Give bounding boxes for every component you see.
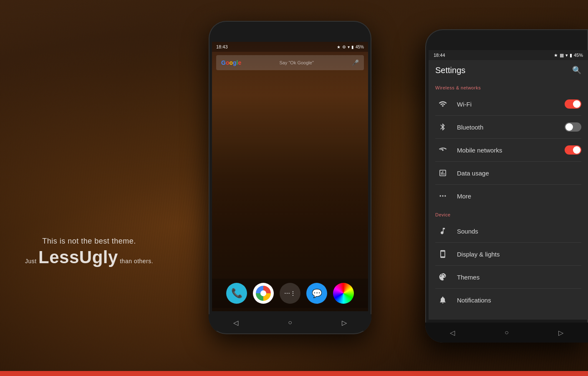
p2-wifi-icon: ▾ bbox=[565, 53, 568, 58]
google-hint: Say "Ok Google" bbox=[245, 60, 348, 65]
p2-star-icon: ★ bbox=[554, 53, 558, 58]
p2-recent-button[interactable]: ▷ bbox=[558, 329, 563, 337]
phone1-nav-bar: ◁ ○ ▷ bbox=[209, 314, 371, 331]
phone2-body: 18:44 ★ ▦ ▾ ▮ 45% Settings 🔍 Wireless & … bbox=[425, 29, 588, 343]
chrome-icon-graphic bbox=[256, 286, 271, 301]
search-button[interactable]: 🔍 bbox=[572, 66, 581, 75]
app-messages-icon[interactable]: 💬 bbox=[306, 283, 327, 304]
wifi-icon-small: ▾ bbox=[348, 45, 350, 49]
phone2-time: 18:44 bbox=[434, 53, 445, 58]
display-label: Display & lights bbox=[457, 251, 581, 258]
settings-item-wifi[interactable]: Wi-Fi bbox=[429, 93, 588, 115]
display-icon bbox=[435, 246, 450, 262]
settings-header: Settings 🔍 bbox=[429, 60, 588, 80]
phone1-body: 18:43 ★ ⚙ ▾ ▮ 45% Google Say "Ok Google"… bbox=[209, 21, 371, 334]
tagline-block: This is not the best theme. Just LessUgl… bbox=[25, 237, 153, 267]
phone1-status-bar: 18:43 ★ ⚙ ▾ ▮ 45% bbox=[212, 42, 368, 52]
recent-button[interactable]: ▷ bbox=[342, 319, 347, 327]
settings-item-more[interactable]: More bbox=[429, 185, 588, 207]
wifi-label: Wi-Fi bbox=[457, 101, 565, 108]
google-logo: Google bbox=[221, 59, 241, 66]
red-accent-bar bbox=[0, 371, 588, 376]
phone1: 18:43 ★ ⚙ ▾ ▮ 45% Google Say "Ok Google"… bbox=[209, 21, 371, 334]
section-wireless-header: Wireless & networks bbox=[429, 80, 588, 93]
tagline-line2: Just LessUgly than others. bbox=[25, 247, 153, 267]
tagline-prefix: Just bbox=[25, 258, 38, 264]
phone-icon: 📞 bbox=[231, 288, 242, 299]
p2-battery-text: 45% bbox=[574, 53, 583, 58]
themes-label: Themes bbox=[457, 274, 581, 281]
home-button[interactable]: ○ bbox=[288, 319, 292, 326]
sounds-label: Sounds bbox=[457, 228, 581, 235]
settings-item-themes[interactable]: Themes bbox=[429, 266, 588, 288]
tagline-brand: LessUgly bbox=[38, 247, 118, 267]
phone1-status-icons: ★ ⚙ ▾ ▮ 45% bbox=[337, 45, 364, 49]
battery-text: 45% bbox=[356, 45, 364, 49]
notifications-icon bbox=[435, 292, 450, 307]
phone2: 18:44 ★ ▦ ▾ ▮ 45% Settings 🔍 Wireless & … bbox=[425, 29, 588, 343]
phone1-time: 18:43 bbox=[216, 44, 228, 49]
settings-item-display[interactable]: Display & lights bbox=[429, 243, 588, 265]
data-usage-label: Data usage bbox=[457, 170, 581, 177]
message-icon: 💬 bbox=[312, 288, 322, 298]
mic-icon[interactable]: 🎤 bbox=[352, 59, 359, 66]
tagline-line1: This is not the best theme. bbox=[25, 237, 153, 246]
back-button[interactable]: ◁ bbox=[233, 319, 238, 327]
more-icon bbox=[435, 188, 450, 203]
svg-point-1 bbox=[442, 195, 443, 196]
settings-icon-small: ⚙ bbox=[342, 45, 346, 49]
p2-home-button[interactable]: ○ bbox=[505, 329, 509, 336]
phone2-status-bar: 18:44 ★ ▦ ▾ ▮ 45% bbox=[429, 50, 588, 60]
more-label: More bbox=[457, 193, 581, 200]
phone1-screen: 18:43 ★ ⚙ ▾ ▮ 45% Google Say "Ok Google"… bbox=[212, 42, 368, 311]
phone2-status-icons: ★ ▦ ▾ ▮ 45% bbox=[554, 53, 583, 58]
phone1-dock: 📞 ⋯⋮ 💬 bbox=[212, 279, 368, 308]
p2-back-button[interactable]: ◁ bbox=[450, 329, 455, 337]
bluetooth-toggle[interactable] bbox=[565, 122, 581, 132]
app-drawer-icon[interactable]: ⋯⋮ bbox=[280, 283, 300, 304]
settings-item-data[interactable]: Data usage bbox=[429, 162, 588, 184]
star-icon: ★ bbox=[337, 45, 341, 49]
mobile-networks-label: Mobile networks bbox=[457, 147, 565, 154]
bluetooth-icon bbox=[435, 119, 450, 135]
wifi-toggle[interactable] bbox=[565, 99, 581, 109]
settings-item-notifications[interactable]: Notifications bbox=[429, 289, 588, 311]
notifications-label: Notifications bbox=[457, 297, 581, 304]
themes-icon bbox=[435, 269, 450, 285]
svg-point-2 bbox=[444, 195, 446, 196]
phone1-wallpaper bbox=[212, 70, 368, 311]
mobile-toggle[interactable] bbox=[565, 145, 581, 155]
settings-item-sounds[interactable]: Sounds bbox=[429, 220, 588, 242]
wifi-icon bbox=[435, 97, 450, 112]
app-photos-icon[interactable] bbox=[333, 283, 354, 304]
section-device-header: Device bbox=[429, 207, 588, 220]
p2-signal-icon: ▮ bbox=[570, 53, 572, 58]
settings-content: Wireless & networks Wi-Fi bbox=[429, 80, 588, 311]
google-search-bar[interactable]: Google Say "Ok Google" 🎤 bbox=[216, 55, 364, 70]
app-chrome-icon[interactable] bbox=[253, 283, 274, 304]
phone2-screen: 18:44 ★ ▦ ▾ ▮ 45% Settings 🔍 Wireless & … bbox=[429, 50, 588, 320]
svg-point-0 bbox=[440, 195, 441, 196]
phone2-nav-bar: ◁ ○ ▷ bbox=[425, 323, 588, 343]
signal-icon-small: ▮ bbox=[351, 45, 354, 49]
settings-item-bluetooth[interactable]: Bluetooth bbox=[429, 116, 588, 138]
p2-photo-icon: ▦ bbox=[560, 53, 564, 58]
mobile-networks-icon bbox=[435, 142, 450, 158]
settings-title: Settings bbox=[435, 66, 465, 75]
data-usage-icon bbox=[435, 165, 450, 180]
app-phone-icon[interactable]: 📞 bbox=[226, 283, 247, 304]
settings-item-mobile[interactable]: Mobile networks bbox=[429, 139, 588, 161]
bluetooth-label: Bluetooth bbox=[457, 124, 565, 131]
tagline-suffix: than others. bbox=[118, 258, 153, 264]
apps-grid-icon: ⋯⋮ bbox=[284, 290, 296, 297]
sounds-icon bbox=[435, 224, 450, 239]
